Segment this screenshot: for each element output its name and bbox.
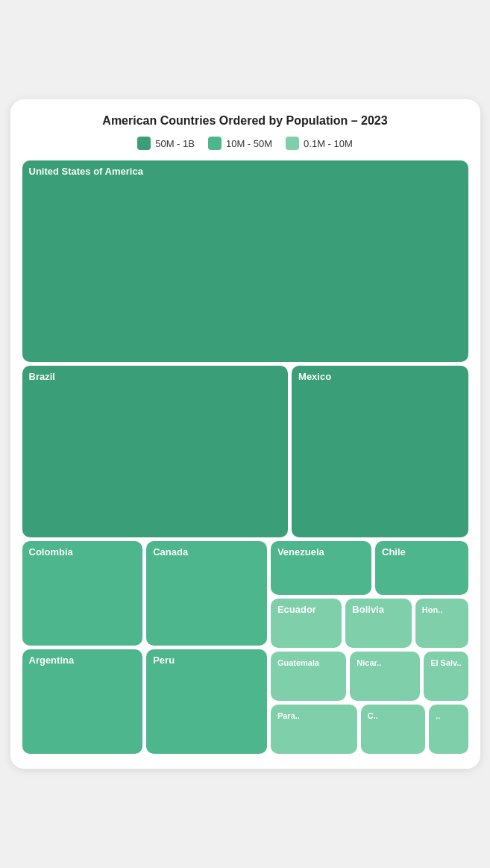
cell-canada[interactable]: Canada <box>146 541 267 646</box>
right-top: Venezuela Chile <box>271 541 468 595</box>
col-right: Venezuela Chile Ecuador Bolivia Hon.. <box>271 541 468 754</box>
cell-colombia[interactable]: Colombia <box>22 541 143 646</box>
cell-paraguay[interactable]: Para.. <box>271 705 357 754</box>
chart-title: American Countries Ordered by Population… <box>22 114 468 128</box>
chart-card: American Countries Ordered by Population… <box>10 99 480 769</box>
col-left: Colombia Argentina <box>22 541 143 754</box>
legend-item-light: 0.1M - 10M <box>286 137 353 150</box>
cell-peru[interactable]: Peru <box>146 649 267 754</box>
legend-label-medium: 10M - 50M <box>226 138 272 149</box>
cell-dot[interactable]: .. <box>429 705 468 754</box>
legend-swatch-medium <box>208 137 222 150</box>
cell-brazil[interactable]: Brazil <box>22 366 289 537</box>
cell-usa[interactable]: United States of America <box>22 160 468 362</box>
right-mid: Ecuador Bolivia Hon.. <box>271 599 468 648</box>
cell-argentina[interactable]: Argentina <box>22 649 143 754</box>
legend-label-dark: 50M - 1B <box>155 138 195 149</box>
row-3: Colombia Argentina Canada Peru <box>22 541 468 754</box>
treemap: United States of America Brazil Mexico C… <box>22 160 468 754</box>
cell-chile[interactable]: Chile <box>375 541 468 595</box>
cell-elsalvador[interactable]: El Salv.. <box>424 652 468 701</box>
cell-venezuela[interactable]: Venezuela <box>271 541 371 595</box>
legend-swatch-dark <box>137 137 151 150</box>
col-left2: Canada Peru <box>146 541 267 754</box>
cell-guatemala[interactable]: Guatemala <box>271 652 346 701</box>
legend-item-dark: 50M - 1B <box>137 137 195 150</box>
right-bot2: Para.. C.. .. <box>271 705 468 754</box>
cell-costarica[interactable]: C.. <box>361 705 426 754</box>
legend-label-light: 0.1M - 10M <box>304 138 353 149</box>
row-2: Brazil Mexico <box>22 366 468 537</box>
legend-item-medium: 10M - 50M <box>208 137 272 150</box>
cell-nicaragua[interactable]: Nicar.. <box>350 652 420 701</box>
cell-ecuador[interactable]: Ecuador <box>271 599 342 648</box>
right-bot: Guatemala Nicar.. El Salv.. <box>271 652 468 701</box>
legend: 50M - 1B 10M - 50M 0.1M - 10M <box>22 137 468 150</box>
cell-honduras[interactable]: Hon.. <box>415 599 468 648</box>
cell-mexico[interactable]: Mexico <box>292 366 468 537</box>
legend-swatch-light <box>286 137 299 150</box>
cell-bolivia[interactable]: Bolivia <box>345 599 411 648</box>
